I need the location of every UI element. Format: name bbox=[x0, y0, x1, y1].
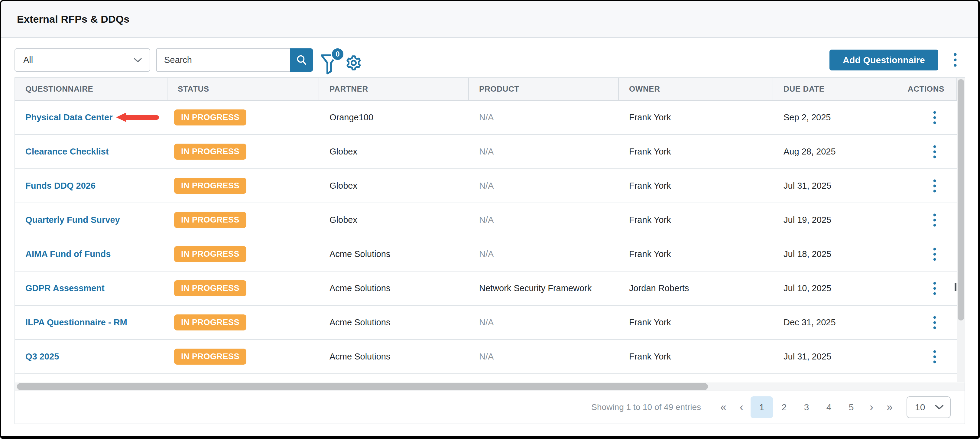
row-actions-kebab-button[interactable] bbox=[933, 349, 937, 364]
cell-status: IN PROGRESS bbox=[167, 203, 319, 237]
filter-type-select[interactable]: All bbox=[14, 48, 150, 72]
cell-product: N/A bbox=[469, 169, 619, 202]
column-header-due-date[interactable]: DUE DATE bbox=[773, 78, 871, 100]
status-badge: IN PROGRESS bbox=[174, 144, 247, 160]
partial-next-row bbox=[15, 374, 964, 382]
search-button[interactable] bbox=[290, 48, 313, 72]
page-button-4[interactable]: 4 bbox=[818, 396, 840, 418]
filter-count-badge: 0 bbox=[331, 47, 345, 61]
questionnaire-link[interactable]: Quarterly Fund Survey bbox=[25, 215, 120, 225]
column-header-status[interactable]: STATUS bbox=[167, 78, 319, 100]
cell-actions bbox=[871, 135, 956, 169]
cell-questionnaire: ILPA Questionnaire - RM bbox=[15, 306, 167, 339]
cell-status: IN PROGRESS bbox=[167, 306, 319, 339]
kebab-vertical-icon bbox=[933, 145, 937, 158]
settings-button[interactable] bbox=[345, 54, 362, 72]
pagination-summary: Showing 1 to 10 of 49 entries bbox=[591, 402, 701, 412]
kebab-vertical-icon bbox=[933, 282, 937, 295]
questionnaire-link[interactable]: Funds DDQ 2026 bbox=[25, 181, 95, 191]
questionnaire-link[interactable]: AIMA Fund of Funds bbox=[25, 249, 111, 259]
column-header-owner[interactable]: OWNER bbox=[619, 78, 773, 100]
page-header: External RFPs & DDQs bbox=[1, 1, 978, 38]
search-input[interactable] bbox=[156, 48, 290, 72]
search-group bbox=[156, 48, 313, 72]
column-header-actions: ACTIONS bbox=[871, 78, 956, 100]
status-badge: IN PROGRESS bbox=[174, 348, 247, 364]
kebab-vertical-icon bbox=[933, 350, 937, 363]
questionnaire-link[interactable]: Clearance Checklist bbox=[25, 146, 109, 157]
questionnaire-link[interactable]: GDPR Assessment bbox=[25, 283, 105, 293]
table-row: Q3 2025 IN PROGRESS Acme Solutions N/A F… bbox=[15, 340, 964, 374]
add-questionnaire-button[interactable]: Add Questionnaire bbox=[829, 49, 938, 70]
cell-owner: Frank York bbox=[619, 237, 773, 271]
kebab-vertical-icon bbox=[933, 213, 937, 227]
vertical-scrollbar[interactable] bbox=[957, 78, 965, 382]
table-row: Funds DDQ 2026 IN PROGRESS Globex N/A Fr… bbox=[15, 169, 964, 203]
questionnaire-table-card: QUESTIONNAIRE STATUS PARTNER PRODUCT OWN… bbox=[14, 77, 965, 424]
page-button-5[interactable]: 5 bbox=[840, 396, 862, 418]
row-actions-kebab-button[interactable] bbox=[933, 247, 937, 262]
cell-status: IN PROGRESS bbox=[167, 340, 319, 374]
horizontal-scrollbar[interactable] bbox=[15, 382, 964, 391]
page-button-1[interactable]: 1 bbox=[751, 396, 773, 418]
cell-due-date: Jul 31, 2025 bbox=[773, 169, 871, 202]
cell-status: IN PROGRESS bbox=[167, 237, 319, 271]
cell-partner: Acme Solutions bbox=[319, 237, 469, 271]
row-actions-kebab-button[interactable] bbox=[933, 110, 937, 126]
page-title: External RFPs & DDQs bbox=[17, 1, 129, 37]
table-row: Quarterly Fund Survey IN PROGRESS Globex… bbox=[15, 203, 964, 237]
status-badge: IN PROGRESS bbox=[174, 246, 247, 262]
row-actions-kebab-button[interactable] bbox=[933, 315, 937, 331]
kebab-vertical-icon bbox=[953, 52, 957, 67]
kebab-vertical-icon bbox=[933, 111, 937, 124]
cell-actions bbox=[871, 101, 956, 134]
page-kebab-menu-button[interactable] bbox=[949, 51, 961, 69]
cell-product: N/A bbox=[469, 203, 619, 237]
kebab-vertical-icon bbox=[933, 248, 937, 261]
row-actions-kebab-button[interactable] bbox=[933, 178, 937, 194]
cell-product: N/A bbox=[469, 306, 619, 339]
row-actions-kebab-button[interactable] bbox=[933, 212, 937, 228]
cell-product: Network Security Framework bbox=[469, 272, 619, 305]
cell-status: IN PROGRESS bbox=[167, 169, 319, 202]
chevron-down-icon bbox=[934, 404, 944, 410]
last-page-button[interactable]: » bbox=[881, 396, 899, 418]
filter-count-value: 0 bbox=[336, 50, 339, 58]
column-header-partner[interactable]: PARTNER bbox=[319, 78, 469, 100]
column-header-product[interactable]: PRODUCT bbox=[469, 78, 619, 100]
questionnaire-link[interactable]: ILPA Questionnaire - RM bbox=[25, 318, 127, 328]
cell-owner: Frank York bbox=[619, 203, 773, 237]
table-body: Physical Data Center IN PROGRESS Orange1… bbox=[15, 101, 964, 374]
cell-product: N/A bbox=[469, 340, 619, 374]
horizontal-scrollbar-thumb[interactable] bbox=[17, 383, 708, 390]
column-header-questionnaire[interactable]: QUESTIONNAIRE bbox=[15, 78, 167, 100]
table-row: Physical Data Center IN PROGRESS Orange1… bbox=[15, 101, 964, 135]
first-page-button[interactable]: « bbox=[714, 396, 732, 418]
cell-actions bbox=[871, 340, 956, 374]
cell-actions bbox=[871, 169, 956, 202]
next-page-button[interactable]: › bbox=[862, 396, 881, 418]
chevron-down-icon bbox=[133, 57, 142, 63]
vertical-scrollbar-thumb[interactable] bbox=[958, 79, 964, 320]
status-badge: IN PROGRESS bbox=[174, 280, 247, 296]
row-actions-kebab-button[interactable] bbox=[933, 144, 937, 160]
cell-due-date: Aug 28, 2025 bbox=[773, 135, 871, 169]
table-row: AIMA Fund of Funds IN PROGRESS Acme Solu… bbox=[15, 237, 964, 272]
external-rfps-page: External RFPs & DDQs All 0 bbox=[0, 0, 980, 439]
row-actions-kebab-button[interactable] bbox=[933, 281, 937, 296]
pagination-bar: Showing 1 to 10 of 49 entries « ‹ 12345 … bbox=[15, 391, 964, 423]
page-size-select[interactable]: 10 bbox=[907, 396, 951, 418]
questionnaire-link[interactable]: Q3 2025 bbox=[25, 352, 59, 362]
questionnaire-link[interactable]: Physical Data Center bbox=[25, 113, 113, 122]
cell-questionnaire: Quarterly Fund Survey bbox=[15, 203, 167, 237]
cell-actions bbox=[871, 203, 956, 237]
cell-owner: Frank York bbox=[619, 135, 773, 169]
cell-status: IN PROGRESS bbox=[167, 135, 319, 169]
cell-partner: Globex bbox=[319, 203, 469, 237]
page-button-3[interactable]: 3 bbox=[795, 396, 818, 418]
cell-questionnaire: Funds DDQ 2026 bbox=[15, 169, 167, 202]
prev-page-button[interactable]: ‹ bbox=[732, 396, 751, 418]
page-button-2[interactable]: 2 bbox=[773, 396, 795, 418]
page-size-value: 10 bbox=[915, 402, 925, 412]
cell-due-date: Dec 31, 2025 bbox=[773, 306, 871, 339]
